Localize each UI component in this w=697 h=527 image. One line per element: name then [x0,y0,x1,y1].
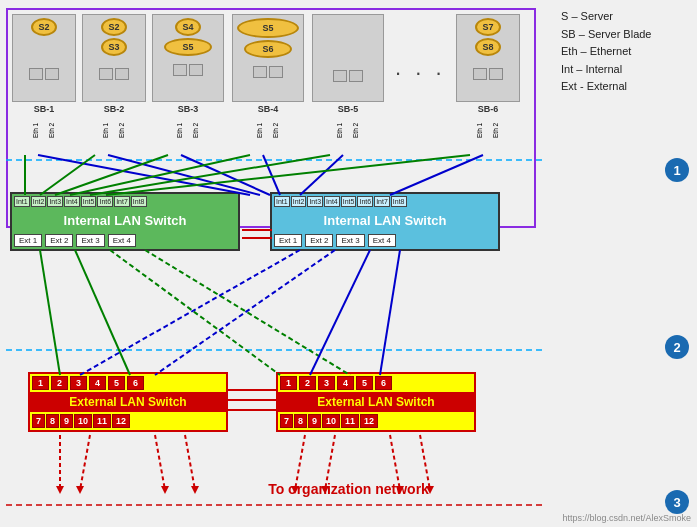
eth2-sb6-label: Eth 2 [489,116,503,144]
eth-port-sb4-1 [253,66,267,78]
sb-6-unit: S7 S8 SB-6 Eth 1 Eth 2 [456,14,520,144]
server-s6-sb4: S6 [244,40,292,58]
es1-port-9: 9 [60,414,73,428]
eth-port-sb6-1 [473,68,487,80]
main-container: { "legend": { "title": "Legend", "items"… [0,0,697,527]
int7-port-s1: Int7 [114,196,130,207]
int5-port-s1: Int5 [81,196,97,207]
zone-label-3: 3 [665,490,689,514]
eth-port-sb2-2 [115,68,129,80]
eth1-sb2-label: Eth 1 [99,116,113,144]
eth-port-sb3-1 [173,64,187,76]
eth-port-sb3-2 [189,64,203,76]
int2-port-s2: Int2 [291,196,307,207]
internal-switch-1: Int1 Int2 Int3 Int4 Int5 Int6 Int7 Int8 … [10,192,240,251]
es2-port-9: 9 [308,414,321,428]
int6-port-s2: Int6 [357,196,373,207]
server-s2-sb2: S2 [101,18,127,36]
es1-port-1: 1 [32,376,49,390]
eth2-sb4-label: Eth 2 [269,116,283,144]
es2-port-2: 2 [299,376,316,390]
svg-marker-39 [191,486,199,494]
int-switch-1-label: Internal LAN Switch [12,209,238,232]
svg-line-23 [310,250,370,375]
es1-port-3: 3 [70,376,87,390]
es1-port-12: 12 [112,414,130,428]
es2-port-6: 6 [375,376,392,390]
int-switch-2-label: Internal LAN Switch [272,209,498,232]
int7-port-s2: Int7 [374,196,390,207]
legend: S – Server SB – Server Blade Eth – Ether… [561,8,691,96]
es2-port-11: 11 [341,414,359,428]
eth-port-sb2-1 [99,68,113,80]
svg-line-30 [155,435,165,490]
ext-switch-2-label: External LAN Switch [278,392,474,412]
int8-port-s1: Int8 [131,196,147,207]
server-s7-sb6: S7 [475,18,501,36]
eth1-sb3-label: Eth 1 [173,116,187,144]
es2-port-5: 5 [356,376,373,390]
svg-marker-36 [56,486,64,494]
sb1-label: SB-1 [34,104,55,114]
es1-port-2: 2 [51,376,68,390]
es1-port-7: 7 [32,414,45,428]
int6-port-s1: Int6 [97,196,113,207]
sb-1-unit: S2 SB-1 Eth 1 Eth 2 [12,14,76,144]
external-switch-2: 1 2 3 4 5 6 External LAN Switch 7 8 9 10… [276,372,476,432]
server-s3-sb2: S3 [101,38,127,56]
sb-4-unit: S5 S6 SB-4 Eth 1 Eth 2 [232,14,304,144]
legend-item-4: Int – Internal [561,61,691,79]
sb3-label: SB-3 [178,104,199,114]
legend-item-5: Ext - External [561,78,691,96]
svg-line-17 [40,250,60,375]
svg-marker-38 [161,486,169,494]
svg-marker-37 [76,486,84,494]
ext4-port-s2: Ext 4 [368,234,396,247]
eth-port-sb5-2 [349,70,363,82]
sb2-label: SB-2 [104,104,125,114]
es2-port-1: 1 [280,376,297,390]
es1-port-11: 11 [93,414,111,428]
int1-port-s2: Int1 [274,196,290,207]
svg-line-19 [110,250,280,375]
es2-port-10: 10 [322,414,340,428]
int1-port-s1: Int1 [14,196,30,207]
svg-line-22 [155,250,335,375]
sb5-label: SB-5 [338,104,359,114]
server-s8-sb6: S8 [475,38,501,56]
svg-line-29 [80,435,90,490]
eth2-sb3-label: Eth 2 [189,116,203,144]
ext1-port-s1: Ext 1 [14,234,42,247]
dots-separator: · · · [395,60,446,86]
es1-port-5: 5 [108,376,125,390]
es2-port-3: 3 [318,376,335,390]
int2-port-s1: Int2 [31,196,47,207]
watermark: https://blog.csdn.net/AlexSmoke [562,513,691,523]
svg-line-20 [145,250,350,375]
int3-port-s2: Int3 [307,196,323,207]
zone-label-2: 2 [665,335,689,359]
server-s5-sb4: S5 [237,18,299,38]
int8-port-s2: Int8 [391,196,407,207]
es2-port-4: 4 [337,376,354,390]
ext4-port-s1: Ext 4 [108,234,136,247]
legend-item-2: SB – Server Blade [561,26,691,44]
ext2-port-s2: Ext 2 [305,234,333,247]
svg-line-24 [380,250,400,375]
int5-port-s2: Int5 [341,196,357,207]
svg-line-18 [75,250,130,375]
sb-3-unit: S4 S5 SB-3 Eth 1 Eth 2 [152,14,224,144]
sb-2-unit: S2 S3 SB-2 Eth 1 Eth 2 [82,14,146,144]
es1-port-8: 8 [46,414,59,428]
int3-port-s1: Int3 [47,196,63,207]
eth1-sb4-label: Eth 1 [253,116,267,144]
int4-port-s2: Int4 [324,196,340,207]
es1-port-6: 6 [127,376,144,390]
eth-port-sb4-2 [269,66,283,78]
es2-port-8: 8 [294,414,307,428]
eth-port-sb6-2 [489,68,503,80]
eth1-sb6-label: Eth 1 [473,116,487,144]
legend-item-3: Eth – Ethernet [561,43,691,61]
int4-port-s1: Int4 [64,196,80,207]
external-switch-1: 1 2 3 4 5 6 External LAN Switch 7 8 9 10… [28,372,228,432]
